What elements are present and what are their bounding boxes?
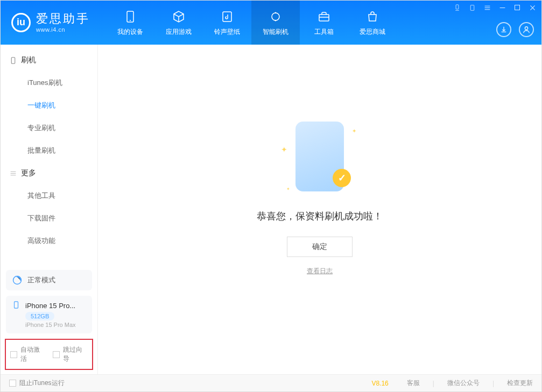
music-icon <box>220 9 235 24</box>
separator: | <box>433 380 434 387</box>
nav-label: 应用游戏 <box>166 27 192 37</box>
success-illustration: ✦ ✦ ✦ ✓ <box>277 122 363 197</box>
status-card[interactable]: 正常模式 <box>6 270 92 290</box>
footer: 阻止iTunes运行 V8.16 客服 | 微信公众号 | 检查更新 <box>1 374 541 391</box>
nav-label: 爱思商城 <box>360 27 385 37</box>
sidebar-item-batch-flash[interactable]: 批量刷机 <box>1 139 97 162</box>
nav-label: 工具箱 <box>314 27 334 37</box>
app-header: iu 爱思助手 www.i4.cn 我的设备 应用游戏 铃声壁纸 <box>1 1 541 45</box>
svg-point-3 <box>272 13 279 20</box>
footer-right: V8.16 客服 | 微信公众号 | 检查更新 <box>371 379 533 388</box>
nav-toolbox[interactable]: 工具箱 <box>300 1 348 45</box>
device-icon <box>9 56 17 64</box>
sidebar-group-flash: 刷机 iTunes刷机 一键刷机 专业刷机 批量刷机 <box>1 49 97 162</box>
checkbox-icon <box>10 351 17 358</box>
nav-store[interactable]: 爱思商城 <box>348 1 397 45</box>
svg-rect-9 <box>11 57 15 63</box>
download-icon[interactable] <box>496 22 511 37</box>
svg-rect-4 <box>319 15 329 21</box>
app-body: 刷机 iTunes刷机 一键刷机 专业刷机 批量刷机 更多 其他工具 下载固件 … <box>1 45 541 374</box>
phone-mode-icon[interactable] <box>453 4 461 11</box>
app-subtitle: www.i4.cn <box>36 26 90 33</box>
sidebar-group-header[interactable]: 刷机 <box>1 49 97 72</box>
footer-link-support[interactable]: 客服 <box>407 379 420 388</box>
app-title: 爱思助手 <box>36 12 90 26</box>
sidebar-item-itunes-flash[interactable]: iTunes刷机 <box>1 72 97 94</box>
nav-smart-flash[interactable]: 智能刷机 <box>251 1 300 45</box>
success-message: 恭喜您，保资料刷机成功啦！ <box>257 210 383 223</box>
device-icon <box>123 9 138 24</box>
device-model: iPhone 15 Pro Max <box>25 322 86 328</box>
sparkle-icon: ✦ <box>352 128 356 134</box>
main-nav: 我的设备 应用游戏 铃声壁纸 智能刷机 工具箱 <box>106 1 397 45</box>
checkbox-skip-wizard[interactable]: 跳过向导 <box>53 345 88 364</box>
cube-icon <box>171 9 186 24</box>
version-label: V8.16 <box>371 380 388 387</box>
sidebar: 刷机 iTunes刷机 一键刷机 专业刷机 批量刷机 更多 其他工具 下载固件 … <box>1 45 97 374</box>
device-row: iPhone 15 Pro... <box>12 301 86 310</box>
checkbox-label: 自动激活 <box>20 345 45 364</box>
sparkle-icon: ✦ <box>286 187 290 191</box>
sidebar-group-more: 更多 其他工具 下载固件 高级功能 <box>1 162 97 252</box>
logo-text: 爱思助手 www.i4.cn <box>36 12 90 33</box>
nav-my-device[interactable]: 我的设备 <box>106 1 154 45</box>
logo-area: iu 爱思助手 www.i4.cn <box>11 12 90 33</box>
menu-icon[interactable] <box>483 4 491 11</box>
footer-left: 阻止iTunes运行 <box>9 379 65 388</box>
shopping-bag-icon <box>365 9 380 24</box>
device-name: iPhone 15 Pro... <box>25 302 75 310</box>
sidebar-group-label: 刷机 <box>21 55 36 65</box>
checkbox-icon <box>53 351 60 358</box>
sidebar-item-advanced[interactable]: 高级功能 <box>1 230 97 252</box>
highlighted-checkbox-row: 自动激活 跳过向导 <box>5 339 93 370</box>
phone-icon <box>12 301 21 310</box>
checkbox-block-itunes[interactable]: 阻止iTunes运行 <box>9 379 65 388</box>
maximize-icon[interactable] <box>513 4 521 11</box>
checkbox-label: 跳过向导 <box>63 345 88 364</box>
checkbox-auto-activate[interactable]: 自动激活 <box>10 345 45 364</box>
close-icon[interactable] <box>529 4 536 11</box>
nav-ringtones-wallpapers[interactable]: 铃声壁纸 <box>203 1 251 45</box>
nav-label: 铃声壁纸 <box>214 27 240 37</box>
status-ok-icon <box>12 275 22 285</box>
svg-point-1 <box>130 20 131 21</box>
svg-rect-7 <box>515 5 520 10</box>
checkbox-icon <box>9 380 16 387</box>
sidebar-group-label: 更多 <box>21 168 36 178</box>
svg-rect-5 <box>456 4 459 9</box>
nav-label: 智能刷机 <box>263 27 288 37</box>
svg-point-8 <box>525 27 527 30</box>
separator: | <box>492 380 494 387</box>
minimize-icon[interactable] <box>498 4 506 11</box>
ok-button[interactable]: 确定 <box>287 237 353 257</box>
nav-apps-games[interactable]: 应用游戏 <box>154 1 203 45</box>
svg-rect-2 <box>223 12 231 22</box>
sidebar-item-one-click-flash[interactable]: 一键刷机 <box>1 94 97 117</box>
view-log-link[interactable]: 查看日志 <box>307 267 333 276</box>
header-right-actions <box>496 22 534 37</box>
sidebar-item-download-firmware[interactable]: 下载固件 <box>1 207 97 230</box>
main-content: ✦ ✦ ✦ ✓ 恭喜您，保资料刷机成功啦！ 确定 查看日志 <box>97 45 541 374</box>
tablet-mode-icon[interactable] <box>468 4 476 11</box>
sidebar-group-header[interactable]: 更多 <box>1 162 97 184</box>
sidebar-bottom: 正常模式 iPhone 15 Pro... 512GB iPhone 15 Pr… <box>1 263 97 374</box>
footer-link-update[interactable]: 检查更新 <box>507 379 533 388</box>
checkbox-label: 阻止iTunes运行 <box>19 379 65 388</box>
refresh-icon <box>268 9 283 24</box>
svg-rect-6 <box>470 5 474 10</box>
toolbox-icon <box>316 9 332 24</box>
sparkle-icon: ✦ <box>281 145 287 154</box>
user-icon[interactable] <box>519 22 534 37</box>
window-controls <box>453 4 536 11</box>
sidebar-item-other-tools[interactable]: 其他工具 <box>1 184 97 207</box>
footer-link-wechat[interactable]: 微信公众号 <box>447 379 480 388</box>
list-icon <box>9 169 17 177</box>
sidebar-item-pro-flash[interactable]: 专业刷机 <box>1 117 97 139</box>
check-circle-icon: ✓ <box>333 169 351 187</box>
status-label: 正常模式 <box>27 275 55 285</box>
device-card[interactable]: iPhone 15 Pro... 512GB iPhone 15 Pro Max <box>6 296 92 333</box>
nav-label: 我的设备 <box>117 27 143 37</box>
device-storage-badge: 512GB <box>25 312 54 320</box>
logo-icon: iu <box>11 13 31 32</box>
svg-rect-11 <box>15 302 18 308</box>
